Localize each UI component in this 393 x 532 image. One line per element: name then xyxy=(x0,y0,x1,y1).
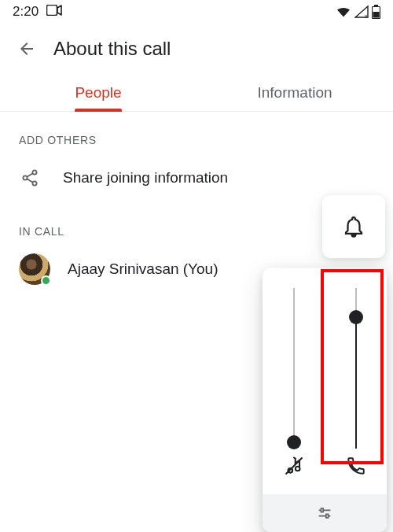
status-bar: 2:20 x xyxy=(0,0,393,24)
ring-mode-button[interactable] xyxy=(322,195,385,258)
svg-point-11 xyxy=(295,467,299,471)
signal-icon: x xyxy=(354,6,369,18)
tab-information-label: Information xyxy=(257,84,332,102)
media-volume-slider[interactable] xyxy=(293,288,295,449)
participant-name: Ajaay Srinivasan (You) xyxy=(68,260,219,278)
call-volume-column xyxy=(325,268,387,494)
svg-point-7 xyxy=(32,181,36,185)
svg-text:x: x xyxy=(365,13,368,18)
svg-rect-14 xyxy=(321,508,323,512)
page-title: About this call xyxy=(53,38,171,60)
wifi-icon xyxy=(336,6,351,18)
back-button[interactable] xyxy=(11,33,42,65)
avatar xyxy=(19,253,50,285)
tabs: People Information xyxy=(0,74,393,112)
svg-rect-0 xyxy=(47,6,57,16)
media-muted-icon[interactable] xyxy=(283,449,305,483)
tab-people-label: People xyxy=(75,84,121,102)
svg-rect-16 xyxy=(326,514,329,518)
svg-rect-2 xyxy=(374,5,378,6)
share-icon xyxy=(19,168,41,187)
arrow-left-icon xyxy=(17,39,36,58)
status-time: 2:20 xyxy=(13,4,39,20)
sliders-icon xyxy=(316,504,333,522)
camera-icon xyxy=(46,4,62,20)
tab-information[interactable]: Information xyxy=(196,74,393,111)
battery-icon xyxy=(372,5,380,19)
media-volume-column xyxy=(263,268,325,494)
add-others-label: ADD OTHERS xyxy=(0,112,393,153)
tab-people[interactable]: People xyxy=(0,74,196,111)
header: About this call xyxy=(0,24,393,74)
volume-panel xyxy=(263,268,387,532)
bell-icon xyxy=(342,215,365,238)
phone-icon[interactable] xyxy=(346,449,366,483)
svg-point-5 xyxy=(32,170,36,174)
call-volume-slider[interactable] xyxy=(355,288,357,449)
volume-settings-button[interactable] xyxy=(263,494,387,532)
svg-line-9 xyxy=(27,179,32,182)
svg-rect-4 xyxy=(373,12,380,18)
presence-indicator xyxy=(41,275,51,286)
svg-point-6 xyxy=(23,175,27,179)
svg-line-8 xyxy=(27,173,32,176)
share-joining-label: Share joining information xyxy=(63,169,228,187)
